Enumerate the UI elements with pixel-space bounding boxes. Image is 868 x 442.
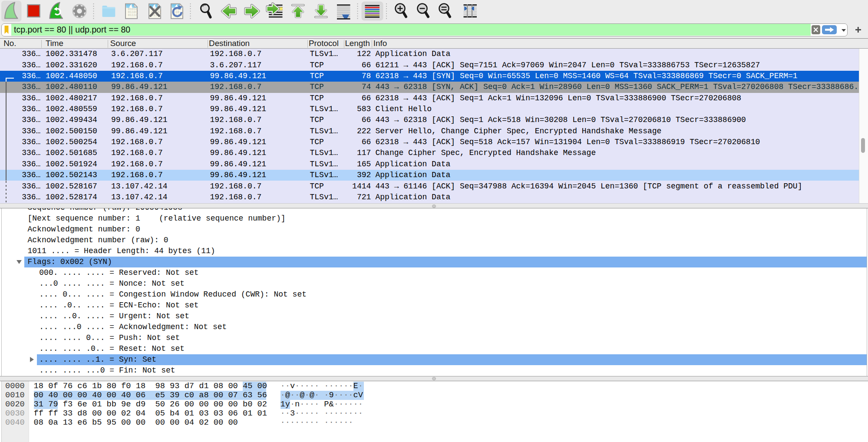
svg-text:01110: 01110 — [128, 13, 138, 17]
